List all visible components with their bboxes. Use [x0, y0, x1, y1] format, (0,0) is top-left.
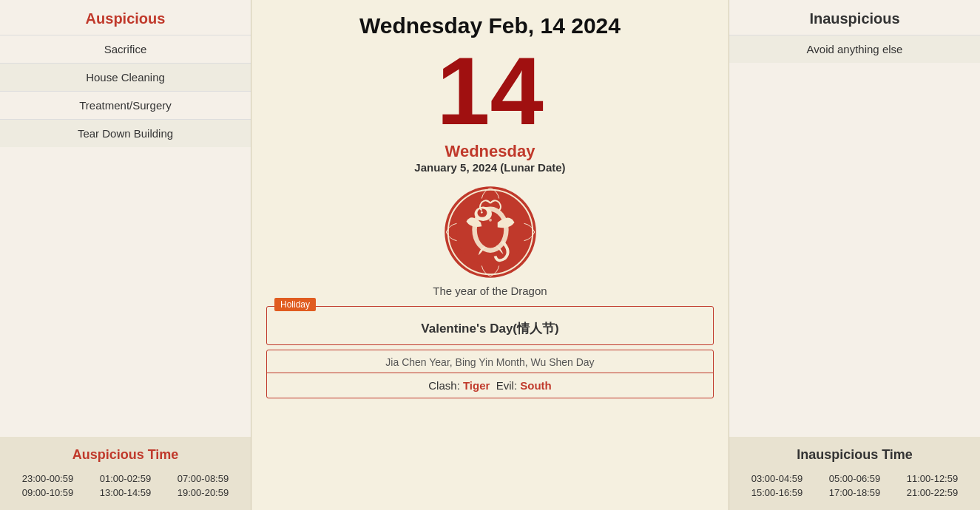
inauspicious-item: Avoid anything else — [729, 35, 980, 63]
svg-point-9 — [489, 219, 492, 222]
auspicious-item: Sacrifice — [0, 35, 251, 63]
auspicious-time-slot: 01:00-02:59 — [89, 473, 161, 484]
auspicious-time-slot: 07:00-08:59 — [167, 473, 239, 484]
auspicious-item: House Cleaning — [0, 63, 251, 91]
dragon-emblem — [442, 184, 538, 280]
year-label: The year of the Dragon — [433, 285, 547, 297]
left-panel: Auspicious SacrificeHouse CleaningTreatm… — [0, 0, 251, 510]
lunar-suffix: (Lunar Date) — [500, 161, 565, 174]
auspicious-item: Tear Down Building — [0, 119, 251, 147]
weekday-label: Wednesday — [445, 142, 535, 161]
auspicious-time-slot: 13:00-14:59 — [89, 487, 161, 498]
inauspicious-header: Inauspicious — [729, 0, 980, 35]
clash-row: Clash: Tiger Evil: South — [267, 373, 713, 398]
holiday-section: Holiday Valentine's Day(情人节) — [266, 306, 714, 345]
inauspicious-time-slot: 05:00-06:59 — [819, 473, 891, 484]
info-box: Jia Chen Year, Bing Yin Month, Wu Shen D… — [266, 350, 714, 398]
inauspicious-time-slot: 17:00-18:59 — [819, 487, 891, 498]
auspicious-item: Treatment/Surgery — [0, 91, 251, 119]
holiday-name: Valentine's Day(情人节) — [267, 307, 713, 344]
clash-animal: Tiger — [463, 379, 490, 392]
auspicious-time-slot: 19:00-20:59 — [167, 487, 239, 498]
center-panel: Wednesday Feb, 14 2024 14 Wednesday Janu… — [251, 0, 729, 510]
clash-direction: South — [520, 379, 552, 392]
auspicious-items-list: SacrificeHouse CleaningTreatment/Surgery… — [0, 35, 251, 147]
jia-chen-row: Jia Chen Year, Bing Yin Month, Wu Shen D… — [267, 350, 713, 373]
right-panel: Inauspicious Avoid anything else Inauspi… — [729, 0, 980, 510]
inauspicious-time-slot: 21:00-22:59 — [896, 487, 968, 498]
auspicious-time-slot: 23:00-00:59 — [12, 473, 84, 484]
auspicious-header: Auspicious — [0, 0, 251, 35]
inauspicious-items-list: Avoid anything else — [729, 35, 980, 63]
inauspicious-time-section: Inauspicious Time 03:00-04:5905:00-06:59… — [729, 437, 980, 510]
day-number: 14 — [436, 43, 544, 139]
lunar-date-value: January 5, 2024 — [414, 161, 497, 174]
auspicious-time-grid: 23:00-00:5901:00-02:5907:00-08:5909:00-1… — [7, 470, 243, 503]
inauspicious-time-grid: 03:00-04:5905:00-06:5911:00-12:5915:00-1… — [737, 470, 973, 503]
auspicious-time-slot: 09:00-10:59 — [12, 487, 84, 498]
lunar-date: January 5, 2024 (Lunar Date) — [414, 161, 565, 174]
main-date-title: Wednesday Feb, 14 2024 — [359, 13, 621, 38]
inauspicious-time-slot: 15:00-16:59 — [741, 487, 813, 498]
auspicious-time-section: Auspicious Time 23:00-00:5901:00-02:5907… — [0, 437, 251, 510]
inauspicious-time-slot: 11:00-12:59 — [896, 473, 968, 484]
holiday-badge: Holiday — [274, 298, 316, 311]
svg-point-8 — [481, 211, 483, 214]
inauspicious-time-slot: 03:00-04:59 — [741, 473, 813, 484]
inauspicious-section: Inauspicious Avoid anything else — [729, 0, 980, 437]
auspicious-section: Auspicious SacrificeHouse CleaningTreatm… — [0, 0, 251, 437]
auspicious-time-header: Auspicious Time — [7, 447, 243, 463]
inauspicious-time-header: Inauspicious Time — [737, 447, 973, 463]
